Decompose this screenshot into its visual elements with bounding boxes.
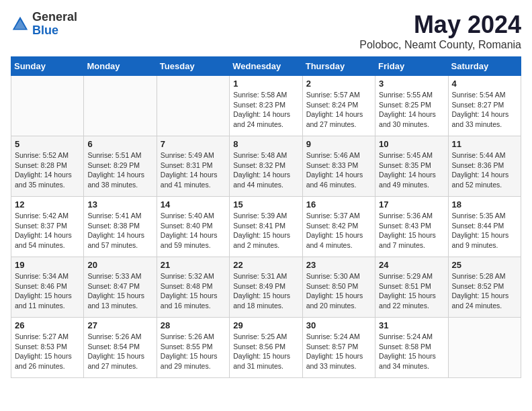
day-cell bbox=[157, 76, 229, 136]
column-header-tuesday: Tuesday bbox=[157, 57, 229, 76]
day-cell: 15Sunrise: 5:39 AM Sunset: 8:41 PM Dayli… bbox=[230, 197, 302, 257]
day-number: 1 bbox=[233, 79, 298, 89]
day-info: Sunrise: 5:36 AM Sunset: 8:43 PM Dayligh… bbox=[379, 211, 444, 250]
day-number: 16 bbox=[306, 199, 371, 210]
day-number: 15 bbox=[233, 199, 298, 210]
day-info: Sunrise: 5:39 AM Sunset: 8:41 PM Dayligh… bbox=[233, 211, 298, 250]
week-row-5: 26Sunrise: 5:27 AM Sunset: 8:53 PM Dayli… bbox=[11, 318, 521, 378]
day-info: Sunrise: 5:29 AM Sunset: 8:51 PM Dayligh… bbox=[379, 271, 444, 311]
week-row-1: 1Sunrise: 5:58 AM Sunset: 8:23 PM Daylig… bbox=[11, 76, 521, 136]
day-info: Sunrise: 5:51 AM Sunset: 8:29 PM Dayligh… bbox=[87, 150, 152, 190]
day-number: 11 bbox=[452, 139, 517, 149]
logo-icon bbox=[11, 15, 30, 34]
day-number: 17 bbox=[379, 199, 444, 210]
day-info: Sunrise: 5:49 AM Sunset: 8:31 PM Dayligh… bbox=[161, 150, 226, 190]
day-number: 9 bbox=[306, 139, 371, 149]
main-title: May 2024 bbox=[359, 11, 521, 39]
day-cell: 19Sunrise: 5:34 AM Sunset: 8:46 PM Dayli… bbox=[11, 257, 84, 318]
day-number: 24 bbox=[379, 260, 444, 270]
day-number: 18 bbox=[452, 199, 517, 210]
day-cell: 25Sunrise: 5:28 AM Sunset: 8:52 PM Dayli… bbox=[448, 257, 521, 318]
logo-general: General bbox=[32, 10, 77, 24]
day-info: Sunrise: 5:24 AM Sunset: 8:58 PM Dayligh… bbox=[379, 332, 444, 371]
week-row-4: 19Sunrise: 5:34 AM Sunset: 8:46 PM Dayli… bbox=[11, 257, 521, 318]
day-info: Sunrise: 5:41 AM Sunset: 8:38 PM Dayligh… bbox=[87, 211, 152, 250]
day-cell: 5Sunrise: 5:52 AM Sunset: 8:28 PM Daylig… bbox=[11, 136, 84, 197]
logo: General Blue bbox=[11, 11, 77, 38]
logo-text: General Blue bbox=[32, 11, 77, 38]
day-number: 30 bbox=[306, 320, 371, 330]
day-number: 2 bbox=[306, 79, 371, 89]
day-number: 20 bbox=[87, 260, 152, 270]
day-cell: 23Sunrise: 5:30 AM Sunset: 8:50 PM Dayli… bbox=[302, 257, 375, 318]
day-info: Sunrise: 5:24 AM Sunset: 8:57 PM Dayligh… bbox=[306, 332, 371, 371]
calendar-table: SundayMondayTuesdayWednesdayThursdayFrid… bbox=[11, 56, 521, 378]
day-cell: 1Sunrise: 5:58 AM Sunset: 8:23 PM Daylig… bbox=[230, 76, 302, 136]
day-cell: 27Sunrise: 5:26 AM Sunset: 8:54 PM Dayli… bbox=[84, 318, 157, 378]
day-cell: 28Sunrise: 5:26 AM Sunset: 8:55 PM Dayli… bbox=[157, 318, 229, 378]
day-cell: 3Sunrise: 5:55 AM Sunset: 8:25 PM Daylig… bbox=[375, 76, 448, 136]
day-info: Sunrise: 5:26 AM Sunset: 8:54 PM Dayligh… bbox=[87, 332, 152, 371]
day-info: Sunrise: 5:52 AM Sunset: 8:28 PM Dayligh… bbox=[15, 150, 80, 190]
day-info: Sunrise: 5:34 AM Sunset: 8:46 PM Dayligh… bbox=[15, 271, 80, 311]
day-info: Sunrise: 5:44 AM Sunset: 8:36 PM Dayligh… bbox=[452, 150, 517, 190]
day-info: Sunrise: 5:32 AM Sunset: 8:48 PM Dayligh… bbox=[161, 271, 226, 311]
day-info: Sunrise: 5:57 AM Sunset: 8:24 PM Dayligh… bbox=[306, 90, 371, 130]
day-number: 31 bbox=[379, 320, 444, 330]
day-number: 14 bbox=[161, 199, 226, 210]
day-info: Sunrise: 5:26 AM Sunset: 8:55 PM Dayligh… bbox=[161, 332, 226, 371]
day-number: 4 bbox=[452, 79, 517, 89]
day-number: 28 bbox=[161, 320, 226, 330]
day-cell: 24Sunrise: 5:29 AM Sunset: 8:51 PM Dayli… bbox=[375, 257, 448, 318]
column-header-monday: Monday bbox=[84, 57, 157, 76]
day-cell: 22Sunrise: 5:31 AM Sunset: 8:49 PM Dayli… bbox=[230, 257, 302, 318]
day-cell: 10Sunrise: 5:45 AM Sunset: 8:35 PM Dayli… bbox=[375, 136, 448, 197]
day-info: Sunrise: 5:31 AM Sunset: 8:49 PM Dayligh… bbox=[233, 271, 298, 311]
day-number: 23 bbox=[306, 260, 371, 270]
day-info: Sunrise: 5:33 AM Sunset: 8:47 PM Dayligh… bbox=[87, 271, 152, 311]
day-cell bbox=[11, 76, 84, 136]
column-header-sunday: Sunday bbox=[11, 57, 84, 76]
day-cell: 9Sunrise: 5:46 AM Sunset: 8:33 PM Daylig… bbox=[302, 136, 375, 197]
day-info: Sunrise: 5:27 AM Sunset: 8:53 PM Dayligh… bbox=[15, 332, 80, 371]
day-cell: 26Sunrise: 5:27 AM Sunset: 8:53 PM Dayli… bbox=[11, 318, 84, 378]
day-cell bbox=[448, 318, 521, 378]
day-info: Sunrise: 5:46 AM Sunset: 8:33 PM Dayligh… bbox=[306, 150, 371, 190]
day-number: 25 bbox=[452, 260, 517, 270]
day-number: 29 bbox=[233, 320, 298, 330]
day-info: Sunrise: 5:25 AM Sunset: 8:56 PM Dayligh… bbox=[233, 332, 298, 371]
day-info: Sunrise: 5:45 AM Sunset: 8:35 PM Dayligh… bbox=[379, 150, 444, 190]
day-cell: 17Sunrise: 5:36 AM Sunset: 8:43 PM Dayli… bbox=[375, 197, 448, 257]
subtitle: Poloboc, Neamt County, Romania bbox=[359, 39, 521, 51]
day-info: Sunrise: 5:54 AM Sunset: 8:27 PM Dayligh… bbox=[452, 90, 517, 130]
day-info: Sunrise: 5:30 AM Sunset: 8:50 PM Dayligh… bbox=[306, 271, 371, 311]
day-cell bbox=[84, 76, 157, 136]
header-row: SundayMondayTuesdayWednesdayThursdayFrid… bbox=[11, 57, 521, 76]
day-cell: 4Sunrise: 5:54 AM Sunset: 8:27 PM Daylig… bbox=[448, 76, 521, 136]
week-row-3: 12Sunrise: 5:42 AM Sunset: 8:37 PM Dayli… bbox=[11, 197, 521, 257]
day-info: Sunrise: 5:28 AM Sunset: 8:52 PM Dayligh… bbox=[452, 271, 517, 311]
day-cell: 13Sunrise: 5:41 AM Sunset: 8:38 PM Dayli… bbox=[84, 197, 157, 257]
day-number: 5 bbox=[15, 139, 80, 149]
day-cell: 2Sunrise: 5:57 AM Sunset: 8:24 PM Daylig… bbox=[302, 76, 375, 136]
title-block: May 2024 Poloboc, Neamt County, Romania bbox=[359, 11, 521, 51]
day-number: 10 bbox=[379, 139, 444, 149]
day-cell: 21Sunrise: 5:32 AM Sunset: 8:48 PM Dayli… bbox=[157, 257, 229, 318]
day-cell: 30Sunrise: 5:24 AM Sunset: 8:57 PM Dayli… bbox=[302, 318, 375, 378]
day-cell: 29Sunrise: 5:25 AM Sunset: 8:56 PM Dayli… bbox=[230, 318, 302, 378]
day-number: 8 bbox=[233, 139, 298, 149]
day-number: 6 bbox=[87, 139, 152, 149]
day-cell: 14Sunrise: 5:40 AM Sunset: 8:40 PM Dayli… bbox=[157, 197, 229, 257]
column-header-friday: Friday bbox=[375, 57, 448, 76]
day-cell: 11Sunrise: 5:44 AM Sunset: 8:36 PM Dayli… bbox=[448, 136, 521, 197]
day-cell: 8Sunrise: 5:48 AM Sunset: 8:32 PM Daylig… bbox=[230, 136, 302, 197]
week-row-2: 5Sunrise: 5:52 AM Sunset: 8:28 PM Daylig… bbox=[11, 136, 521, 197]
day-cell: 18Sunrise: 5:35 AM Sunset: 8:44 PM Dayli… bbox=[448, 197, 521, 257]
day-cell: 16Sunrise: 5:37 AM Sunset: 8:42 PM Dayli… bbox=[302, 197, 375, 257]
day-cell: 20Sunrise: 5:33 AM Sunset: 8:47 PM Dayli… bbox=[84, 257, 157, 318]
day-info: Sunrise: 5:58 AM Sunset: 8:23 PM Dayligh… bbox=[233, 90, 298, 130]
day-info: Sunrise: 5:35 AM Sunset: 8:44 PM Dayligh… bbox=[452, 211, 517, 250]
day-info: Sunrise: 5:42 AM Sunset: 8:37 PM Dayligh… bbox=[15, 211, 80, 250]
day-info: Sunrise: 5:48 AM Sunset: 8:32 PM Dayligh… bbox=[233, 150, 298, 190]
day-number: 26 bbox=[15, 320, 80, 330]
